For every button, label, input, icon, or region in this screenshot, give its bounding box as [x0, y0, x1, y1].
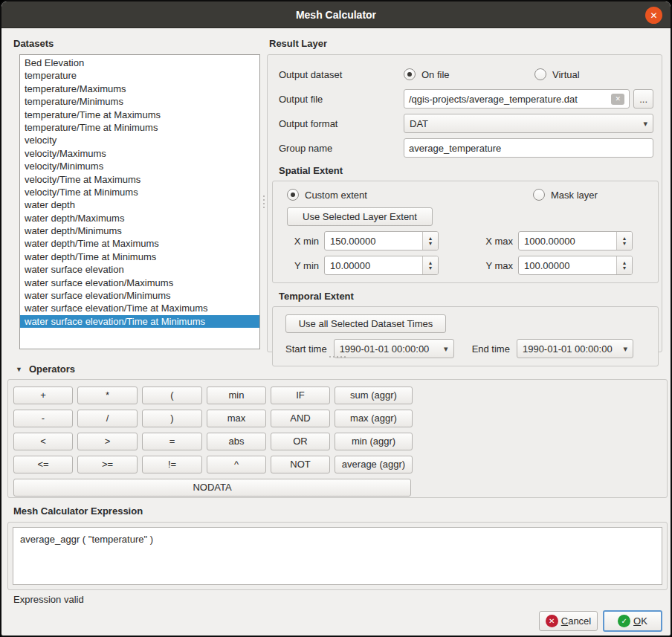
operator-button[interactable]: abs — [207, 433, 266, 450]
operators-collapse-header[interactable]: ▼ Operators — [16, 363, 75, 375]
radio-icon[interactable] — [287, 189, 299, 201]
operator-button[interactable]: ( — [142, 387, 202, 404]
spinner-arrows-icon[interactable]: ▴▾ — [616, 256, 632, 274]
list-item[interactable]: water depth/Time at Maximums — [20, 237, 259, 250]
operator-button[interactable]: OR — [271, 433, 330, 450]
x-extent-row: X min 150.00000 ▴▾ X max 1000.00000 ▴▾ — [287, 231, 650, 250]
operator-button[interactable]: min (aggr) — [335, 433, 413, 450]
end-time-label: End time — [472, 343, 510, 355]
title-bar: Mesh Calculator ✕ — [1, 1, 671, 28]
vertical-splitter-handle[interactable] — [262, 190, 266, 213]
list-item[interactable]: water surface elevation/Time at Minimums — [20, 315, 259, 328]
spinner-arrows-icon[interactable]: ▴▾ — [616, 232, 632, 250]
group-name-input[interactable]: average_temperature — [404, 138, 653, 158]
use-selected-layer-extent-button[interactable]: Use Selected Layer Extent — [287, 207, 433, 226]
end-time-select[interactable]: 1990-01-01 00:00:00 ▾ — [517, 339, 633, 358]
list-item[interactable]: temperature/Time at Maximums — [20, 109, 259, 121]
y-min-spinner[interactable]: 10.00000 ▴▾ — [324, 256, 439, 275]
list-item[interactable]: water depth/Maximums — [20, 212, 259, 224]
output-dataset-label: Output dataset — [279, 69, 404, 80]
operator-button[interactable]: < — [13, 433, 73, 450]
list-item[interactable]: water surface elevation/Minimums — [20, 289, 259, 302]
spinner-arrows-icon[interactable]: ▴▾ — [422, 256, 438, 274]
list-item[interactable]: water depth/Time at Minimums — [20, 250, 259, 263]
custom-extent-radio-label: Custom extent — [305, 190, 367, 201]
result-layer-group: Output dataset On file Virtual Output fi… — [267, 54, 662, 352]
radio-icon[interactable] — [404, 68, 416, 80]
cancel-button[interactable]: ✕ Cancel — [539, 611, 598, 631]
x-min-spinner[interactable]: 150.00000 ▴▾ — [324, 231, 439, 250]
operator-button[interactable]: AND — [271, 410, 330, 427]
output-file-value: /qgis-projects/average_temperature.dat — [409, 94, 578, 105]
virtual-radio-label: Virtual — [552, 69, 580, 80]
operator-button[interactable]: - — [13, 410, 73, 427]
list-item[interactable]: velocity/Time at Maximums — [20, 173, 259, 186]
close-icon[interactable]: ✕ — [645, 7, 662, 24]
output-format-select[interactable]: DAT ▾ — [404, 114, 653, 133]
on-file-radio[interactable]: On file — [404, 68, 534, 80]
expression-status: Expression valid — [13, 594, 84, 605]
operator-button[interactable]: > — [77, 433, 138, 450]
list-item[interactable]: velocity/Maximums — [20, 147, 259, 160]
cancel-button-label: Cancel — [561, 615, 591, 627]
list-item[interactable]: temperature/Time at Minimums — [20, 121, 259, 134]
start-time-select[interactable]: 1990-01-01 00:00:00 ▾ — [334, 339, 454, 358]
virtual-radio[interactable]: Virtual — [534, 68, 580, 80]
x-max-spinner[interactable]: 1000.00000 ▴▾ — [518, 231, 633, 250]
operator-button[interactable]: sum (aggr) — [335, 387, 413, 404]
operator-button[interactable]: * — [77, 387, 138, 404]
operator-button[interactable]: >= — [77, 456, 138, 473]
extent-mode-row: Custom extent Mask layer — [287, 189, 650, 201]
output-file-input[interactable]: /qgis-projects/average_temperature.dat ✕ — [404, 89, 630, 109]
horizontal-splitter-handle[interactable] — [327, 355, 348, 359]
result-layer-heading: Result Layer — [269, 38, 327, 49]
radio-icon[interactable] — [533, 189, 545, 201]
expression-editor[interactable]: average_aggr ( "temperature" ) — [13, 527, 662, 585]
mask-layer-radio-label: Mask layer — [551, 190, 598, 201]
list-item[interactable]: temperature/Minimums — [20, 95, 259, 108]
list-item[interactable]: water surface elevation — [20, 263, 259, 276]
collapse-arrow-icon: ▼ — [16, 366, 22, 373]
list-item[interactable]: water surface elevation/Maximums — [20, 277, 259, 289]
operator-button[interactable]: / — [77, 410, 138, 427]
operator-button[interactable]: + — [13, 387, 73, 404]
operator-button[interactable]: average (aggr) — [335, 456, 413, 473]
chevron-down-icon: ▾ — [617, 344, 627, 354]
expression-heading: Mesh Calculator Expression — [13, 505, 143, 517]
operator-button[interactable]: max — [207, 410, 266, 427]
operator-button[interactable]: NOT — [271, 456, 330, 473]
operator-button[interactable]: = — [142, 433, 202, 450]
spinner-arrows-icon[interactable]: ▴▾ — [422, 232, 438, 250]
output-file-label: Output file — [279, 94, 404, 105]
list-item[interactable]: temperature/Maximums — [20, 83, 259, 95]
x-min-value: 150.00000 — [325, 232, 422, 250]
use-all-dataset-times-button[interactable]: Use all Selected Dataset Times — [285, 314, 446, 333]
operator-button[interactable]: IF — [271, 387, 330, 404]
operator-button[interactable]: min — [207, 387, 266, 404]
datasets-list[interactable]: Bed Elevationtemperaturetemperature/Maxi… — [19, 54, 260, 349]
list-item[interactable]: Bed Elevation — [20, 56, 259, 69]
y-max-spinner[interactable]: 100.00000 ▴▾ — [518, 256, 633, 275]
operator-button[interactable]: <= — [13, 456, 73, 473]
custom-extent-radio[interactable]: Custom extent — [287, 189, 533, 201]
radio-icon[interactable] — [534, 68, 546, 80]
browse-button[interactable]: ... — [633, 89, 653, 109]
ok-button[interactable]: ✓ OK — [603, 610, 662, 632]
operator-button[interactable]: ^ — [207, 456, 266, 473]
list-item[interactable]: velocity — [20, 134, 259, 146]
mask-layer-radio[interactable]: Mask layer — [533, 189, 598, 201]
clear-icon[interactable]: ✕ — [611, 94, 624, 105]
list-item[interactable]: water depth/Minimums — [20, 224, 259, 237]
list-item[interactable]: temperature — [20, 69, 259, 82]
list-item[interactable]: water depth — [20, 198, 259, 211]
list-item[interactable]: velocity/Time at Minimums — [20, 186, 259, 198]
nodata-button[interactable]: NODATA — [13, 479, 411, 497]
list-item[interactable]: velocity/Minimums — [20, 160, 259, 172]
operator-button[interactable]: ) — [142, 410, 202, 427]
operators-group: +*(minIFsum (aggr)-/)maxANDmax (aggr)<>=… — [7, 379, 668, 498]
operator-button[interactable]: max (aggr) — [335, 410, 413, 427]
list-item[interactable]: water surface elevation/Time at Maximums — [20, 302, 259, 314]
window-title: Mesh Calculator — [296, 9, 376, 21]
y-min-label: Y min — [287, 260, 319, 271]
operator-button[interactable]: != — [142, 456, 202, 473]
